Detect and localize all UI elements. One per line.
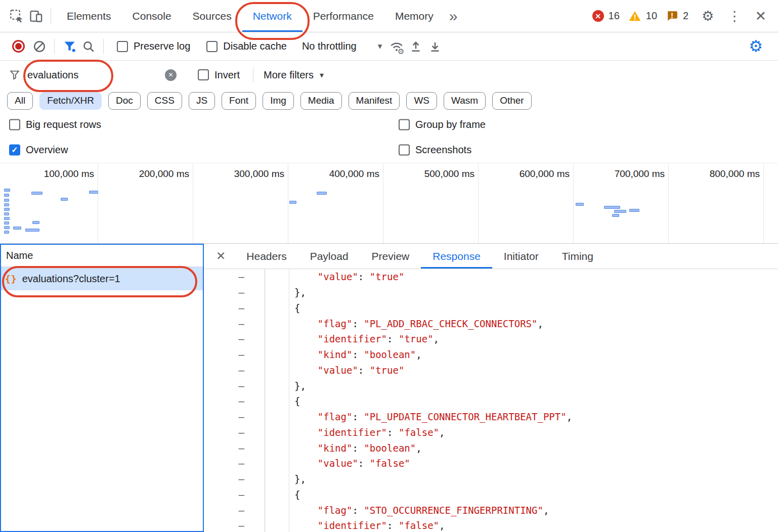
export-har-icon[interactable] [425,36,445,57]
filter-chip-js[interactable]: JS [189,92,215,110]
device-toolbar-icon[interactable] [26,6,46,26]
preserve-log-option[interactable]: Preserve log [117,40,190,52]
fold-marker[interactable]: – [204,473,265,484]
fold-marker[interactable]: – [204,271,265,282]
fold-marker[interactable]: – [204,411,265,422]
tab-memory[interactable]: Memory [384,0,444,32]
invert-option[interactable]: Invert [198,69,240,81]
screenshots-option[interactable]: Screenshots [399,144,471,156]
close-detail-icon[interactable]: ✕ [210,249,235,263]
code-line: { [265,395,300,407]
screenshots-checkbox[interactable] [399,144,410,155]
disable-cache-checkbox[interactable] [206,41,218,52]
more-tabs-icon[interactable]: » [444,8,463,25]
filter-chip-manifest[interactable]: Manifest [349,92,400,110]
kebab-menu-icon[interactable]: ⋮ [723,8,746,24]
warning-icon[interactable] [628,10,641,23]
code-line: "identifier": "true", [265,333,439,344]
code-line-row: – "kind": "boolean", [204,440,778,456]
overview-label: Overview [26,144,68,156]
detail-tab-headers[interactable]: Headers [235,244,298,269]
fold-marker[interactable]: – [204,380,265,391]
fold-marker[interactable]: – [204,318,265,329]
group-by-frame-option[interactable]: Group by frame [399,119,486,130]
filter-chip-img[interactable]: Img [263,92,294,110]
settings-gear-icon[interactable]: ⚙ [697,8,718,24]
fold-marker[interactable]: – [204,333,265,344]
close-devtools-icon[interactable]: ✕ [750,8,771,24]
warning-count: 10 [646,10,657,22]
code-line: "value": "false" [265,458,410,469]
detail-tab-timing[interactable]: Timing [550,244,605,269]
fold-marker[interactable]: – [204,489,265,500]
detail-tab-preview[interactable]: Preview [360,244,421,269]
filter-chip-all[interactable]: All [7,92,33,110]
fold-marker[interactable]: – [204,520,265,531]
request-list: {}evaluations?cluster=1 [0,267,203,290]
fold-marker[interactable]: – [204,365,265,376]
tab-performance[interactable]: Performance [302,0,384,32]
overview-checkbox[interactable] [9,144,20,155]
tab-network[interactable]: Network [242,0,302,32]
detail-tab-initiator[interactable]: Initiator [492,244,550,269]
detail-tab-payload[interactable]: Payload [298,244,360,269]
throttling-value: No throttling [302,40,357,52]
filter-input[interactable] [27,69,165,81]
fold-marker[interactable]: – [204,302,265,314]
fold-marker[interactable]: – [204,287,265,298]
code-line-row: –{ [204,300,778,316]
clear-filter-icon[interactable]: ✕ [165,69,177,81]
fold-marker[interactable]: – [204,395,265,407]
network-settings-gear-icon[interactable]: ⚙ [749,37,771,56]
detail-tab-response[interactable]: Response [421,244,492,269]
tab-console[interactable]: Console [122,0,182,32]
search-icon[interactable] [79,36,98,57]
fold-marker[interactable]: – [204,427,265,438]
filter-chip-css[interactable]: CSS [147,92,182,110]
filter-chip-font[interactable]: Font [222,92,256,110]
tab-sources[interactable]: Sources [182,0,242,32]
network-overview[interactable]: 100,000 ms200,000 ms300,000 ms400,000 ms… [0,163,778,244]
fold-marker[interactable]: – [204,458,265,469]
json-file-icon: {} [5,274,17,284]
record-button[interactable] [12,40,25,53]
big-request-rows-checkbox[interactable] [9,119,20,130]
big-request-rows-option[interactable]: Big request rows [9,119,101,130]
code-line: "kind": "boolean", [265,349,422,360]
inspect-element-icon[interactable] [7,6,26,26]
disable-cache-label: Disable cache [223,40,287,52]
fold-marker[interactable]: – [204,505,265,516]
issues-icon[interactable] [666,10,678,22]
filter-chip-media[interactable]: Media [300,92,342,110]
filter-chip-ws[interactable]: WS [406,92,437,110]
filter-chip-wasm[interactable]: Wasm [444,92,486,110]
disable-cache-option[interactable]: Disable cache [206,40,287,52]
filter-icon[interactable] [60,36,79,57]
code-line: { [265,489,300,500]
filter-chip-other[interactable]: Other [492,92,532,110]
preserve-log-checkbox[interactable] [117,41,128,52]
error-icon[interactable]: ✕ [592,10,604,22]
throttling-dropdown[interactable]: No throttling ▾ [302,40,382,52]
request-row[interactable]: {}evaluations?cluster=1 [0,267,203,290]
code-line: "kind": "boolean", [265,442,422,454]
fold-marker[interactable]: – [204,349,265,360]
name-column-header[interactable]: Name [0,244,203,267]
tab-elements[interactable]: Elements [56,0,122,32]
import-har-icon[interactable] [406,36,425,57]
filter-chip-fetch-xhr[interactable]: Fetch/XHR [39,92,102,110]
filter-chip-doc[interactable]: Doc [108,92,141,110]
timeline-bar [629,209,639,212]
timeline-bar [612,214,619,217]
network-conditions-icon[interactable]: ⚙ [387,36,406,57]
more-filters-button[interactable]: More filters ▾ [264,69,324,81]
group-by-frame-checkbox[interactable] [399,119,410,130]
timeline-bar [4,189,10,192]
fold-marker[interactable]: – [204,442,265,454]
svg-text:⚙: ⚙ [398,47,404,54]
overview-option[interactable]: Overview [9,144,68,156]
clear-network-log-icon[interactable] [30,36,49,57]
invert-checkbox[interactable] [198,69,209,80]
detail-tabs: ✕ HeadersPayloadPreviewResponseInitiator… [204,244,778,269]
code-line-row: – "identifier": "false", [204,518,778,532]
